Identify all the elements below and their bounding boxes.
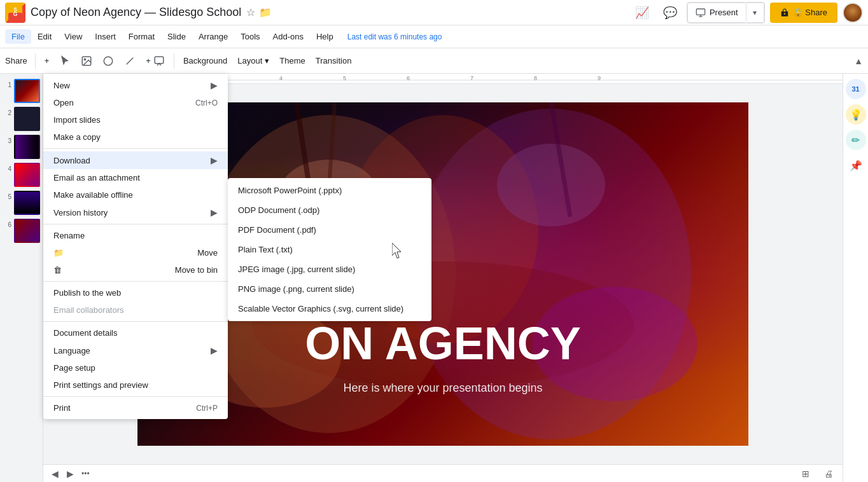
pdf-label: PDF Document (.pdf) — [238, 225, 316, 235]
slide-thumb-3[interactable]: 3 — [3, 135, 40, 159]
menu-document-details[interactable]: Document details — [43, 324, 228, 341]
toolbar-line-btn[interactable] — [120, 52, 139, 70]
submenu-pdf[interactable]: PDF Document (.pdf) — [228, 220, 431, 240]
odp-label: ODP Document (.odp) — [238, 205, 319, 215]
move-label: Move — [197, 248, 218, 258]
menu-import-slides[interactable]: Import slides — [43, 111, 228, 128]
menu-make-copy[interactable]: Make a copy — [43, 128, 228, 146]
title-right-group: 📈 💬 Present ▾ 🔒 Share — [631, 1, 863, 24]
file-dropdown-menu: New ▶ Open Ctrl+O Import slides Make a c… — [43, 74, 228, 419]
menu-print[interactable]: Print Ctrl+P — [43, 399, 228, 417]
slide-thumb-5[interactable]: 5 — [3, 191, 40, 215]
slide-num-1: 1 — [3, 79, 11, 88]
theme-btn[interactable]: Theme — [276, 52, 309, 70]
menu-move[interactable]: 📁 Move — [43, 244, 228, 261]
print-preview-btn[interactable]: 🖨 — [820, 465, 837, 483]
transition-label: Transition — [316, 56, 352, 65]
toolbar-comment-btn[interactable]: + — [142, 52, 169, 70]
prev-slide-btn[interactable]: ◀ — [48, 467, 61, 480]
menu-download[interactable]: Download ▶ — [43, 151, 228, 169]
menu-new[interactable]: New ▶ — [43, 76, 228, 94]
menu-insert[interactable]: Insert — [88, 29, 122, 44]
folder-icon[interactable]: 📁 — [259, 6, 272, 18]
slide-image-5[interactable] — [14, 191, 40, 215]
slide-image-4[interactable] — [14, 163, 40, 187]
menu-page-setup[interactable]: Page setup — [43, 359, 228, 376]
share-button[interactable]: 🔒 Share — [770, 3, 837, 23]
jpg-label: JPEG image (.jpg, current slide) — [238, 265, 355, 274]
slide-image-2[interactable] — [14, 107, 40, 131]
star-icon[interactable]: ☆ — [246, 6, 255, 18]
open-shortcut: Ctrl+O — [195, 99, 218, 107]
toolbar-plus-btn[interactable]: + — [41, 52, 53, 70]
menu-view[interactable]: View — [58, 29, 88, 44]
comment-button[interactable]: 💬 — [659, 1, 682, 24]
chart-button[interactable]: 📈 — [631, 1, 654, 24]
menu-tools[interactable]: Tools — [234, 29, 266, 44]
submenu-png[interactable]: PNG image (.png, current slide) — [228, 279, 431, 299]
pencil-icon[interactable]: ✏ — [846, 130, 866, 150]
toolbar-shape-btn[interactable] — [99, 52, 118, 70]
chevron-up-icon[interactable]: ▲ — [854, 56, 863, 66]
slide-num-2: 2 — [3, 107, 11, 116]
menu-language[interactable]: Language ▶ — [43, 341, 228, 359]
slide-thumb-2[interactable]: 2 — [3, 107, 40, 131]
transition-btn[interactable]: Transition — [312, 52, 356, 70]
slide-thumb-1[interactable]: 1 — [3, 79, 40, 103]
lock-icon — [780, 8, 789, 17]
email-attachment-label: Email as an attachment — [53, 173, 140, 182]
calendar-icon[interactable]: 31 — [846, 79, 866, 99]
bottom-bar: ◀ ▶ ••• ⊞ 🖨 — [43, 464, 843, 482]
slide-image-3[interactable] — [14, 135, 40, 159]
pin-icon[interactable]: 📌 — [846, 155, 866, 176]
submenu-txt[interactable]: Plain Text (.txt) — [228, 240, 431, 259]
page-setup-label: Page setup — [53, 363, 95, 373]
svg-text:S: S — [13, 7, 17, 13]
user-avatar[interactable] — [843, 3, 863, 23]
background-btn[interactable]: Background — [179, 52, 231, 70]
submenu-odp[interactable]: ODP Document (.odp) — [228, 200, 431, 220]
menu-format[interactable]: Format — [122, 29, 161, 44]
next-slide-btn[interactable]: ▶ — [64, 467, 76, 480]
menu-edit[interactable]: Edit — [31, 29, 58, 44]
menu-print-settings[interactable]: Print settings and preview — [43, 376, 228, 394]
menu-open[interactable]: Open Ctrl+O — [43, 94, 228, 111]
svg-text:4: 4 — [279, 75, 283, 81]
menu-move-to-bin[interactable]: 🗑 Move to bin — [43, 261, 228, 279]
title-bar: G S Copy of Neon Agency — Slidesgo Schoo… — [0, 0, 868, 25]
last-edit-link[interactable]: Last edit was 6 minutes ago — [347, 32, 442, 41]
slide-thumb-6[interactable]: 6 — [3, 219, 40, 243]
slide-image-6[interactable] — [14, 219, 40, 243]
toolbar-divider-2 — [174, 53, 174, 69]
version-arrow: ▶ — [211, 207, 218, 217]
layout-btn[interactable]: Layout ▾ — [234, 52, 273, 70]
submenu-pptx[interactable]: Microsoft PowerPoint (.pptx) — [228, 181, 431, 200]
present-button[interactable]: Present — [687, 3, 746, 23]
present-dropdown-button[interactable]: ▾ — [746, 3, 764, 23]
png-label: PNG image (.png, current slide) — [238, 284, 354, 294]
menu-slide[interactable]: Slide — [161, 29, 192, 44]
layout-arrow: ▾ — [265, 56, 269, 65]
grid-view-btn[interactable]: ⊞ — [797, 465, 815, 483]
toolbar-image-btn[interactable] — [77, 52, 96, 70]
menu-make-offline[interactable]: Make available offline — [43, 186, 228, 203]
lightbulb-icon[interactable]: 💡 — [846, 104, 866, 125]
app-icon[interactable]: G S — [5, 3, 25, 23]
menu-arrange[interactable]: Arrange — [192, 29, 234, 44]
slide-thumb-4[interactable]: 4 — [3, 163, 40, 187]
menu-addons[interactable]: Add-ons — [267, 29, 310, 44]
submenu-jpg[interactable]: JPEG image (.jpg, current slide) — [228, 259, 431, 279]
toolbar-cursor-btn[interactable] — [55, 52, 74, 70]
submenu-svg[interactable]: Scalable Vector Graphics (.svg, current … — [228, 299, 431, 319]
menu-email-attachment[interactable]: Email as an attachment — [43, 169, 228, 186]
menu-file[interactable]: File — [5, 29, 31, 44]
menu-rename[interactable]: Rename — [43, 227, 228, 244]
svg-rect-11 — [155, 57, 164, 64]
doc-title: Copy of Neon Agency — Slidesgo School — [31, 6, 241, 19]
menu-help[interactable]: Help — [310, 29, 340, 44]
svg-rect-4 — [696, 9, 704, 15]
menu-publish-web[interactable]: Publish to the web — [43, 284, 228, 301]
present-label: Present — [710, 8, 738, 17]
slide-image-1[interactable] — [14, 79, 40, 103]
menu-version-history[interactable]: Version history ▶ — [43, 203, 228, 221]
